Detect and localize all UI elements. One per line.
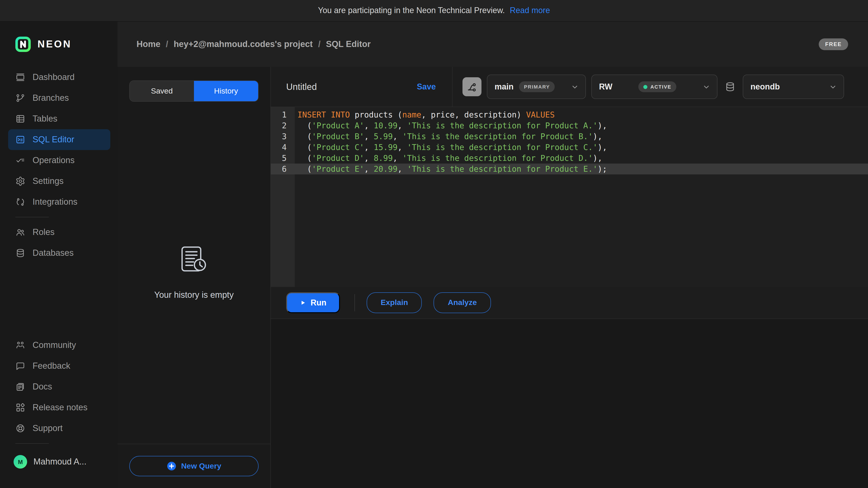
sidebar-item-tables[interactable]: Tables — [8, 108, 110, 129]
sidebar-item-integrations[interactable]: Integrations — [8, 192, 110, 213]
endpoint-name: RW — [599, 82, 612, 92]
user-menu[interactable]: M Mahmoud A... — [0, 448, 118, 475]
play-icon — [300, 300, 306, 306]
line-number: 4 — [271, 142, 295, 153]
branch-icon-button[interactable] — [463, 77, 482, 96]
line-number: 1 — [271, 109, 295, 120]
saved-history-tabs: Saved History — [129, 80, 258, 102]
breadcrumb: Home/hey+2@mahmoud.codes's project/SQL E… — [136, 39, 371, 49]
sidebar-item-feedback[interactable]: Feedback — [8, 356, 110, 377]
primary-badge: PRIMARY — [519, 81, 555, 92]
code-line-content: ('Product A', 10.99, 'This is the descri… — [295, 120, 607, 131]
chevron-down-icon — [829, 83, 837, 91]
sidebar-item-label: Settings — [33, 176, 64, 186]
sidebar-item-databases[interactable]: Databases — [8, 242, 110, 263]
sidebar-item-dashboard[interactable]: Dashboard — [8, 67, 110, 88]
sidebar-item-label: Docs — [33, 382, 52, 392]
sidebar-item-label: Roles — [33, 227, 55, 237]
sidebar-item-roles[interactable]: Roles — [8, 222, 110, 242]
code-line-content: ('Product B', 5.99, 'This is the descrip… — [295, 131, 602, 142]
sidebar-bottom: CommunityFeedbackDocsRelease notesSuppor… — [0, 335, 118, 488]
code-line[interactable]: 1INSERT INTO products (name, price, desc… — [271, 109, 868, 120]
settings-icon — [16, 176, 25, 186]
chevron-down-icon — [702, 83, 711, 91]
sidebar-item-label: Databases — [33, 248, 74, 258]
history-empty-icon — [180, 246, 208, 273]
breadcrumb-item: SQL Editor — [326, 39, 371, 49]
explain-button[interactable]: Explain — [367, 292, 422, 313]
database-name: neondb — [750, 82, 780, 92]
run-label: Run — [311, 298, 327, 307]
neon-logo-icon — [14, 36, 32, 53]
compute-endpoint-select[interactable]: RW ACTIVE — [591, 74, 717, 99]
line-number: 6 — [271, 164, 295, 174]
branches-icon — [16, 93, 25, 103]
line-number: 2 — [271, 120, 295, 131]
sidebar-item-label: Community — [33, 340, 76, 350]
operations-icon — [16, 156, 25, 165]
community-icon — [16, 340, 25, 350]
sidebar-item-docs[interactable]: Docs — [8, 377, 110, 397]
app-shell: NEON DashboardBranchesTablesSQL EditorOp… — [0, 22, 868, 488]
sidebar-item-settings[interactable]: Settings — [8, 171, 110, 192]
plus-circle-icon — [166, 461, 176, 471]
database-icon — [725, 81, 736, 92]
top-header: Home/hey+2@mahmoud.codes's project/SQL E… — [118, 22, 868, 67]
sidebar-item-branches[interactable]: Branches — [8, 88, 110, 108]
sidebar-item-sql-editor[interactable]: SQL Editor — [8, 129, 110, 150]
breadcrumb-separator: / — [166, 39, 168, 49]
roles-icon — [16, 227, 25, 237]
code-line-content: ('Product D', 8.99, 'This is the descrip… — [295, 153, 602, 164]
history-panel: Saved History — [118, 67, 270, 488]
sql-editor-icon — [16, 135, 25, 144]
sidebar-item-label: Integrations — [33, 197, 78, 207]
sidebar-item-label: Tables — [33, 114, 57, 124]
line-number: 5 — [271, 153, 295, 164]
branch-select[interactable]: main PRIMARY — [487, 74, 586, 99]
code-line[interactable]: 5 ('Product D', 8.99, 'This is the descr… — [271, 153, 868, 164]
breadcrumb-item[interactable]: hey+2@mahmoud.codes's project — [174, 39, 313, 49]
active-badge-label: ACTIVE — [650, 84, 671, 90]
sidebar: NEON DashboardBranchesTablesSQL EditorOp… — [0, 22, 118, 488]
analyze-button[interactable]: Analyze — [434, 292, 491, 313]
sidebar-nav-main: DashboardBranchesTablesSQL EditorOperati… — [0, 67, 118, 213]
tab-saved[interactable]: Saved — [130, 81, 194, 101]
sidebar-item-support[interactable]: Support — [8, 418, 110, 439]
breadcrumb-item[interactable]: Home — [136, 39, 160, 49]
tab-history[interactable]: History — [194, 81, 258, 101]
sidebar-nav-secondary: RolesDatabases — [0, 222, 118, 263]
sidebar-nav-bottom: CommunityFeedbackDocsRelease notesSuppor… — [0, 335, 118, 439]
query-title[interactable]: Untitled — [286, 82, 317, 92]
editor-toolbar: Untitled Save — [271, 67, 868, 107]
code-line[interactable]: 3 ('Product B', 5.99, 'This is the descr… — [271, 131, 868, 142]
databases-icon — [16, 248, 25, 258]
code-line[interactable]: 2 ('Product A', 10.99, 'This is the desc… — [271, 120, 868, 131]
history-empty-state: Your history is empty — [118, 102, 270, 444]
preview-banner: You are participating in the Neon Techni… — [0, 0, 868, 22]
code-line[interactable]: 6 ('Product E', 20.99, 'This is the desc… — [271, 164, 868, 174]
status-dot — [643, 85, 647, 89]
code-line[interactable]: 4 ('Product C', 15.99, 'This is the desc… — [271, 142, 868, 153]
sidebar-item-community[interactable]: Community — [8, 335, 110, 356]
plan-badge: FREE — [819, 38, 848, 50]
sidebar-item-operations[interactable]: Operations — [8, 150, 110, 171]
new-query-button[interactable]: New Query — [129, 456, 258, 476]
banner-read-more-link[interactable]: Read more — [510, 6, 550, 15]
run-button[interactable]: Run — [286, 292, 340, 313]
actions-divider — [354, 294, 355, 311]
sidebar-item-label: Feedback — [33, 361, 70, 371]
sidebar-item-release-notes[interactable]: Release notes — [8, 397, 110, 418]
user-name: Mahmoud A... — [33, 457, 86, 467]
branch-name: main — [495, 82, 514, 92]
save-button[interactable]: Save — [417, 82, 436, 92]
connection-toolbar: main PRIMARY RW ACTIVE — [453, 67, 868, 107]
sidebar-item-label: Operations — [33, 156, 74, 165]
code-line-content: INSERT INTO products (name, price, descr… — [295, 109, 555, 120]
neon-logo[interactable]: NEON — [0, 22, 118, 67]
neon-logo-text: NEON — [37, 38, 72, 50]
avatar[interactable]: M — [13, 455, 27, 468]
query-title-section: Untitled Save — [271, 67, 453, 107]
database-select[interactable]: neondb — [743, 74, 844, 99]
sql-code-editor[interactable]: 1INSERT INTO products (name, price, desc… — [271, 107, 868, 287]
results-panel — [271, 319, 868, 488]
